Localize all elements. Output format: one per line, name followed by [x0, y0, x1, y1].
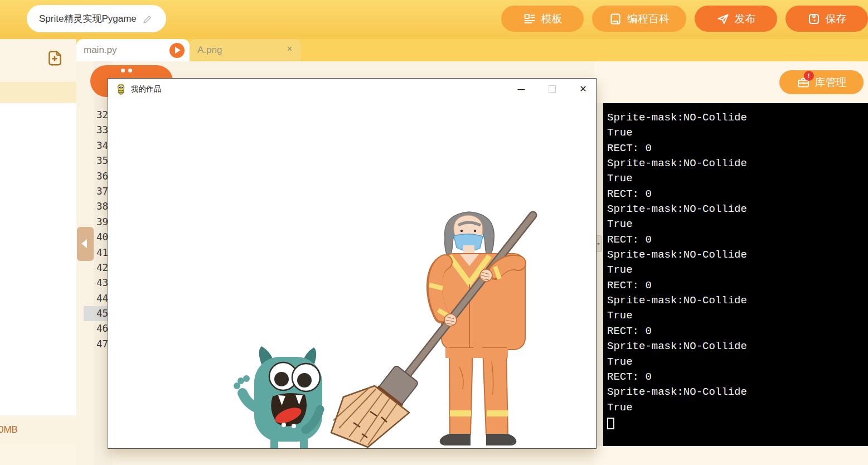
save-button-label: 保存: [826, 12, 847, 26]
game-window-title: 我的作品: [131, 84, 161, 94]
line-number: 37: [84, 184, 111, 199]
header-bar: Sprite精灵实现Pygame 模板: [0, 0, 868, 39]
console-line: RECT: 0: [607, 187, 865, 202]
close-tab-icon[interactable]: ×: [287, 44, 292, 54]
line-number: 42: [84, 260, 111, 275]
tab-a-png-label: A.png: [197, 45, 222, 56]
line-number: 46: [84, 321, 111, 336]
maximize-icon[interactable]: [549, 85, 556, 93]
encyclopedia-button-label: 编程百科: [627, 12, 670, 26]
console-line: True: [607, 125, 865, 141]
console-line: Sprite-mask:NO-Collide: [607, 293, 865, 308]
line-number: 32: [84, 108, 111, 123]
encyclopedia-button[interactable]: 编程百科: [592, 6, 686, 32]
line-number: 34: [84, 138, 111, 153]
storage-label: 0MB: [0, 424, 18, 435]
edit-pencil-icon[interactable]: [142, 13, 153, 24]
save-button[interactable]: 保存: [785, 6, 868, 32]
console-line: True: [607, 400, 865, 415]
add-file-icon[interactable]: [45, 49, 64, 67]
console-line: Sprite-mask:NO-Collide: [607, 248, 865, 263]
console-line: Sprite-mask:NO-Collide: [607, 156, 865, 171]
console-cursor: [607, 418, 614, 429]
console-output[interactable]: Sprite-mask:NO-CollideTrueRECT: 0Sprite-…: [603, 103, 868, 446]
line-number: 35: [84, 153, 111, 168]
template-button-label: 模板: [541, 12, 562, 26]
bee-icon: [115, 84, 127, 95]
template-icon: [523, 12, 536, 26]
console-line: Sprite-mask:NO-Collide: [607, 339, 865, 354]
console-line: RECT: 0: [607, 370, 865, 385]
app-screen: Sprite精灵实现Pygame 模板: [0, 0, 868, 465]
sidebar: 0MB: [0, 39, 76, 465]
publish-button-label: 发布: [735, 12, 756, 26]
game-window-titlebar[interactable]: 我的作品 — ✕: [108, 79, 596, 99]
run-button-dot: [121, 69, 125, 72]
template-button[interactable]: 模板: [501, 6, 584, 32]
console-line: RECT: 0: [607, 278, 865, 293]
console-line: True: [607, 263, 865, 278]
tab-bar: main.py A.png ×: [76, 39, 868, 61]
game-canvas[interactable]: [108, 99, 596, 448]
game-window[interactable]: 我的作品 — ✕: [108, 78, 597, 449]
storage-bar: 0MB: [0, 415, 76, 444]
console-line: True: [607, 217, 865, 232]
save-icon: [807, 12, 821, 26]
publish-button[interactable]: 发布: [695, 6, 777, 32]
line-number: 44: [84, 291, 111, 306]
line-number: 47: [84, 337, 111, 352]
line-number: 36: [84, 169, 111, 184]
project-title: Sprite精灵实现Pygame: [39, 12, 137, 25]
sidebar-add-row: [0, 39, 76, 82]
sidebar-active-item[interactable]: [0, 82, 76, 103]
game-scene: [108, 99, 596, 448]
console-line: Sprite-mask:NO-Collide: [607, 202, 865, 217]
console-line: Sprite-mask:NO-Collide: [607, 385, 865, 400]
header-buttons: 模板 编程百科 发布: [501, 6, 868, 32]
library-manage-button[interactable]: ! 库管理: [779, 70, 864, 94]
console-line: True: [607, 171, 865, 186]
play-icon[interactable]: [169, 43, 185, 58]
library-manage-label: 库管理: [815, 75, 847, 90]
monster-sprite: [234, 346, 322, 448]
line-number: 33: [84, 123, 111, 138]
window-controls: — ✕: [516, 79, 588, 99]
book-icon: [609, 12, 622, 26]
tab-main-py[interactable]: main.py: [76, 39, 190, 61]
project-title-pill[interactable]: Sprite精灵实现Pygame: [27, 5, 166, 32]
console-line: Sprite-mask:NO-Collide: [607, 110, 865, 125]
line-number: 45: [84, 306, 111, 321]
line-number: 38: [84, 199, 111, 214]
send-icon: [716, 12, 730, 26]
sidebar-collapse-handle[interactable]: [77, 227, 94, 261]
console-line: RECT: 0: [607, 232, 865, 248]
tab-a-png[interactable]: A.png ×: [190, 39, 301, 61]
minimize-icon[interactable]: —: [516, 85, 526, 93]
console-line: True: [607, 308, 865, 323]
notification-badge: !: [804, 71, 814, 81]
run-button-dot: [128, 69, 132, 72]
line-number: 43: [84, 275, 111, 290]
tab-main-py-label: main.py: [84, 45, 117, 56]
console-line: RECT: 0: [607, 141, 865, 156]
console-line: True: [607, 355, 865, 370]
sidebar-file-panel[interactable]: [0, 103, 76, 415]
console-line: RECT: 0: [607, 324, 865, 339]
close-icon[interactable]: ✕: [578, 84, 588, 94]
